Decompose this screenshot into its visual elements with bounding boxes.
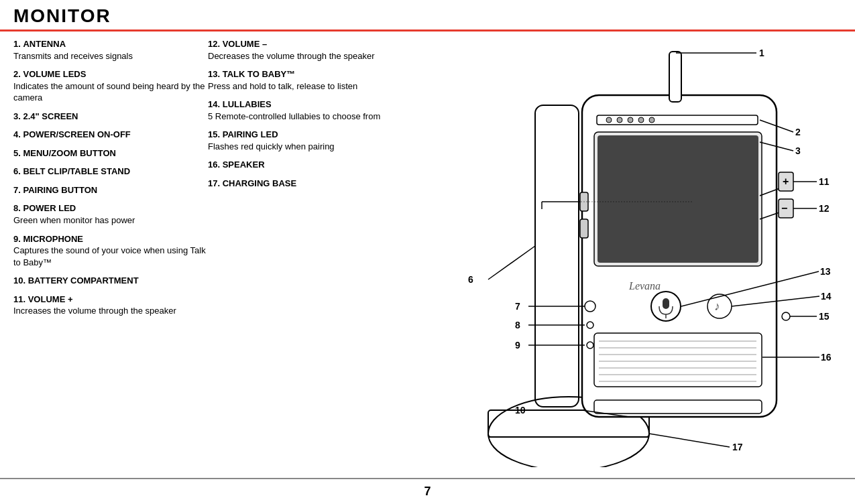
- svg-text:13: 13: [820, 266, 831, 277]
- svg-text:17: 17: [732, 442, 743, 452]
- middle-column: 12. VOLUME – Decreases the volume throug…: [208, 38, 402, 471]
- list-item-9: 9. MICROPHONE Captures the sound of your…: [13, 233, 208, 269]
- list-item-17: 17. CHARGING BASE: [208, 178, 402, 190]
- page-header: MONITOR: [0, 0, 855, 32]
- svg-rect-5: [535, 105, 579, 407]
- svg-point-17: [628, 117, 633, 123]
- list-item-15: 15. PAIRING LED Flashes red quickly when…: [208, 129, 402, 152]
- svg-line-6: [488, 246, 535, 279]
- svg-rect-13: [597, 135, 758, 263]
- list-item-1: 1. ANTENNA Transmits and receives signal…: [13, 38, 208, 62]
- svg-text:14: 14: [821, 291, 832, 302]
- svg-line-3: [649, 434, 730, 447]
- main-content: 1. ANTENNA Transmits and receives signal…: [0, 32, 855, 478]
- page-container: MONITOR 1. ANTENNA Transmits and receive…: [0, 0, 855, 504]
- list-item-10: 10. BATTERY COMPARTMENT: [13, 275, 208, 287]
- list-item-2: 2. VOLUME LEDS Indicates the amount of s…: [13, 68, 208, 104]
- svg-point-39: [587, 342, 593, 349]
- list-item-6: 6. BELT CLIP/TABLE STAND: [13, 166, 208, 178]
- svg-text:8: 8: [515, 320, 520, 330]
- svg-text:Levana: Levana: [628, 280, 661, 292]
- svg-rect-35: [663, 298, 669, 309]
- svg-point-37: [585, 301, 595, 312]
- svg-text:3: 3: [795, 145, 801, 156]
- svg-point-38: [587, 322, 593, 328]
- svg-text:10: 10: [515, 405, 526, 416]
- list-item-8: 8. Power LED Green when monitor has powe…: [13, 202, 208, 226]
- list-item-14: 14. LULLABIES 5 Remote-controlled lullab…: [208, 99, 402, 122]
- svg-point-19: [649, 117, 654, 123]
- list-item-4: 4. POWER/SCREEN ON-OFF: [13, 129, 208, 141]
- list-item-12: 12. VOLUME – Decreases the volume throug…: [208, 38, 402, 62]
- svg-text:15: 15: [819, 311, 830, 322]
- left-column: 1. ANTENNA Transmits and receives signal…: [13, 38, 208, 471]
- svg-point-54: [782, 312, 790, 320]
- svg-text:−: −: [781, 202, 787, 214]
- svg-text:1: 1: [759, 48, 764, 58]
- svg-text:7: 7: [515, 301, 520, 312]
- svg-point-15: [606, 117, 612, 123]
- svg-text:12: 12: [819, 203, 830, 214]
- svg-point-16: [617, 117, 622, 123]
- list-item-5: 5. MENU/ZOOM BUTTON: [13, 147, 208, 160]
- svg-rect-9: [669, 52, 681, 102]
- svg-text:6: 6: [468, 274, 473, 285]
- list-item-3: 3. 2.4" SCREEN: [13, 111, 208, 123]
- list-item-13: 13. TALK TO BABY™ Press and hold to talk…: [208, 68, 402, 92]
- right-column: 17 6 1: [402, 38, 842, 471]
- monitor-svg: 17 6 1: [421, 38, 837, 467]
- list-item-16: 16. SPEAKER: [208, 159, 402, 171]
- svg-text:9: 9: [515, 340, 520, 351]
- page-number: 7: [424, 485, 431, 498]
- svg-text:16: 16: [821, 352, 832, 363]
- svg-text:♪: ♪: [714, 300, 720, 313]
- page-footer: 7: [0, 478, 855, 504]
- list-item-7: 7. PAIRING BUTTON: [13, 184, 208, 196]
- svg-text:11: 11: [819, 176, 830, 187]
- svg-rect-30: [580, 219, 588, 238]
- monitor-illustration: 17 6 1: [421, 38, 823, 454]
- page-title: MONITOR: [13, 5, 842, 27]
- svg-text:2: 2: [795, 127, 801, 137]
- list-item-11: 11. VOLUME + Increases the volume throug…: [13, 294, 208, 317]
- svg-point-18: [638, 117, 644, 123]
- svg-text:+: +: [783, 176, 789, 187]
